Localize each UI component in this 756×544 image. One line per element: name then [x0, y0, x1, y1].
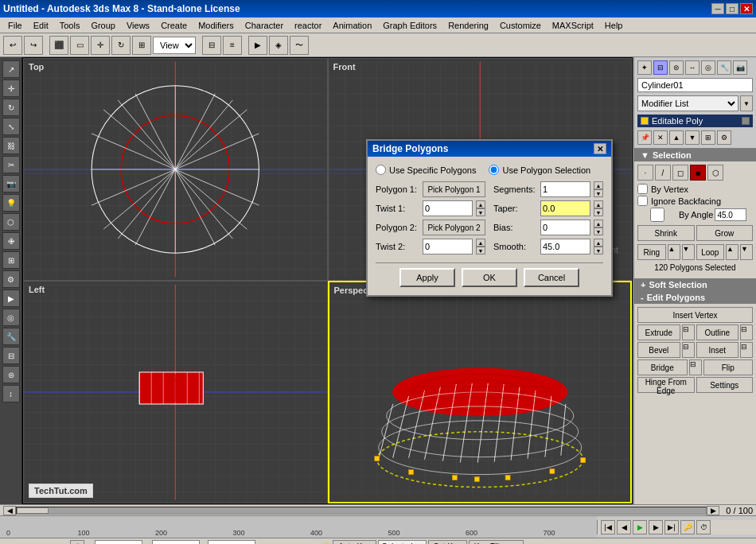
selection-section-header[interactable]: ▼ Selection [634, 149, 756, 161]
use-selection-radio[interactable] [489, 165, 499, 175]
hinge-from-edge-button[interactable]: Hinge From Edge [637, 377, 695, 393]
sel-border[interactable]: ◻ [672, 165, 688, 181]
lt-unlink[interactable]: ✂ [2, 156, 20, 173]
sel-element[interactable]: ⬡ [707, 165, 723, 181]
window-controls[interactable]: ─ □ ✕ [711, 3, 753, 14]
scroll-left-btn[interactable]: ◀ [3, 506, 16, 515]
extrude-settings-btn[interactable]: ⊟ [682, 324, 695, 340]
minimize-button[interactable]: ─ [711, 3, 724, 14]
use-specific-radio[interactable] [376, 165, 386, 175]
bridge-dialog-title[interactable]: Bridge Polygons ✕ [368, 141, 611, 157]
segments-input[interactable]: 1 [540, 181, 590, 197]
align-btn[interactable]: ≡ [223, 36, 242, 55]
key-filters-button[interactable]: Key Filters... [469, 540, 524, 545]
lt-space[interactable]: ⊞ [2, 251, 20, 269]
pick-polygon1-btn[interactable]: Pick Polygon 1 [423, 181, 485, 197]
menu-help[interactable]: Help [600, 20, 628, 31]
motion-panel-btn[interactable]: ↔ [685, 60, 699, 75]
lt-move[interactable]: ✛ [2, 80, 20, 97]
taper-up[interactable]: ▲ [594, 200, 603, 208]
menu-file[interactable]: File [3, 20, 27, 31]
make-unique-btn[interactable]: ⊞ [701, 130, 715, 145]
render-btn[interactable]: ▶ [248, 36, 267, 55]
edit-polygons-header[interactable]: - Edit Polygons [634, 291, 756, 304]
menu-edit[interactable]: Edit [29, 20, 53, 31]
sel-edge[interactable]: / [655, 165, 671, 181]
key-icon[interactable]: 🔑 [318, 541, 331, 545]
curve-btn[interactable]: 〜 [290, 36, 309, 55]
create-panel-btn[interactable]: ✦ [637, 60, 652, 75]
go-end-btn[interactable]: ▶| [664, 520, 679, 534]
snapshot-btn[interactable]: 📷 [733, 60, 747, 75]
modifier-render-dot[interactable] [742, 117, 750, 125]
menu-reactor[interactable]: reactor [290, 20, 326, 31]
lt-display[interactable]: ◎ [2, 309, 20, 326]
scroll-thumb[interactable] [17, 507, 49, 514]
segments-up[interactable]: ▲ [594, 181, 603, 189]
scroll-right-btn[interactable]: ▶ [707, 506, 719, 515]
menu-maxscript[interactable]: MAXScript [548, 20, 598, 31]
lt-light[interactable]: 💡 [2, 194, 20, 212]
scroll-track[interactable] [16, 507, 707, 515]
settings-button[interactable]: Settings [696, 377, 754, 393]
utilities-panel-btn[interactable]: 🔧 [717, 60, 731, 75]
scale-btn[interactable]: ⊞ [132, 36, 151, 55]
timeline[interactable]: 0 100 200 300 400 500 600 700 |◀ ◀ ▶ ▶ ▶… [0, 515, 756, 538]
viewport-left[interactable]: Left [23, 281, 328, 503]
ring-spin-up[interactable]: ▲ [668, 244, 680, 260]
modify-panel-btn[interactable]: ⊟ [653, 60, 668, 75]
display-panel-btn[interactable]: ◎ [701, 60, 715, 75]
lt-utilities[interactable]: 🔧 [2, 328, 20, 345]
lock-selection-btn[interactable]: 🔒 [70, 540, 84, 545]
menu-modifiers[interactable]: Modifiers [193, 20, 239, 31]
smooth-input[interactable]: 45.0 [540, 239, 590, 255]
menu-create[interactable]: Create [156, 20, 192, 31]
configure-btn[interactable]: ⚙ [717, 130, 731, 145]
lt-motion[interactable]: ↕ [2, 385, 20, 402]
move-mod-down-btn[interactable]: ▼ [685, 130, 699, 145]
go-start-btn[interactable]: |◀ [601, 520, 615, 534]
lt-system[interactable]: ⚙ [2, 270, 20, 288]
loop-spin-dn[interactable]: ▼ [740, 244, 753, 260]
inset-settings-btn[interactable]: ⊟ [740, 342, 753, 358]
inset-button[interactable]: Inset [696, 342, 739, 358]
object-name-field[interactable]: Cylinder01 [637, 78, 753, 92]
soft-selection-header[interactable]: + Soft Selection [634, 278, 756, 291]
timeline-ticks[interactable]: 0 100 200 300 400 500 600 700 [0, 516, 597, 538]
lt-scale[interactable]: ⤡ [2, 118, 20, 135]
material-btn[interactable]: ◈ [269, 36, 288, 55]
remove-mod-btn[interactable]: ✕ [653, 130, 668, 145]
hierarchy-panel-btn[interactable]: ⊜ [669, 60, 684, 75]
menu-views[interactable]: Views [122, 20, 154, 31]
lt-select[interactable]: ↗ [2, 60, 20, 78]
lt-shape[interactable]: ⬡ [2, 213, 20, 231]
bias-up[interactable]: ▲ [594, 220, 603, 227]
lt-link[interactable]: ⛓ [2, 137, 20, 154]
viewport-top[interactable]: Top [23, 58, 328, 281]
twist1-input[interactable]: 0 [423, 200, 473, 216]
outline-button[interactable]: Outline [696, 324, 739, 340]
loop-spin-up[interactable]: ▲ [726, 244, 738, 260]
ok-button[interactable]: OK [462, 268, 517, 287]
lt-helper[interactable]: ✙ [2, 232, 20, 250]
prev-frame-btn[interactable]: ◀ [617, 520, 631, 534]
loop-button[interactable]: Loop [696, 244, 725, 260]
mirror-btn[interactable]: ⊟ [202, 36, 221, 55]
insert-vertex-button[interactable]: Insert Vertex [637, 307, 753, 323]
taper-input[interactable]: 0.0 [540, 200, 590, 216]
twist1-up[interactable]: ▲ [476, 200, 485, 208]
shrink-button[interactable]: Shrink [637, 225, 695, 241]
y-coord-input[interactable] [152, 540, 200, 545]
menu-group[interactable]: Group [86, 20, 120, 31]
view-dropdown[interactable]: View [153, 37, 196, 54]
taper-down[interactable]: ▼ [594, 208, 603, 216]
play-btn[interactable]: ▶ [633, 520, 647, 534]
bridge-button[interactable]: Bridge [637, 359, 688, 375]
by-angle-input[interactable]: 45.0 [715, 208, 746, 221]
ring-button[interactable]: Ring [637, 244, 666, 260]
x-coord-input[interactable] [95, 540, 142, 545]
undo-btn[interactable]: ↩ [3, 36, 22, 55]
lt-play[interactable]: ▶ [2, 289, 20, 307]
ring-spin-dn[interactable]: ▼ [682, 244, 695, 260]
menu-animation[interactable]: Animation [328, 20, 376, 31]
